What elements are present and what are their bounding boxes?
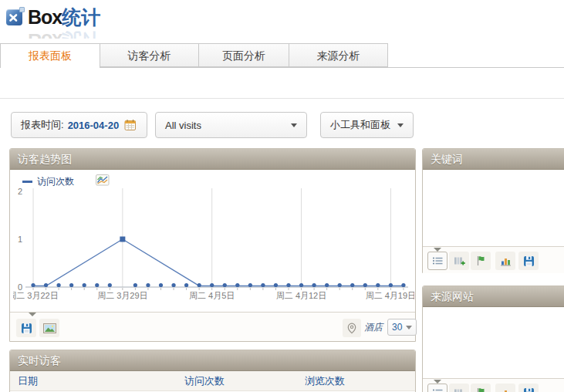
referrers-panel-footer bbox=[423, 378, 564, 392]
realtime-table-header: 日期 访问次数 浏览次数 bbox=[10, 371, 415, 391]
calendar-icon bbox=[124, 119, 137, 131]
visitor-trend-panel: 访客趋势图 访问次数 周二 3月22日周二 3月29日周二 4月5日周二 4月1… bbox=[9, 148, 416, 342]
tab-visitors[interactable]: 访客分析 bbox=[100, 43, 199, 67]
app-logo[interactable]: Box统计 bbox=[6, 5, 100, 30]
bar-chart-view-icon[interactable] bbox=[495, 384, 515, 392]
svg-text:周二 4月12日: 周二 4月12日 bbox=[276, 291, 326, 300]
chevron-down-icon bbox=[291, 123, 297, 127]
column-header-pageviews[interactable]: 浏览次数 bbox=[305, 374, 345, 388]
section-divider bbox=[0, 98, 564, 99]
goals-view-icon[interactable] bbox=[471, 252, 491, 270]
visitor-trend-panel-title[interactable]: 访客趋势图 bbox=[10, 149, 415, 170]
export-icon[interactable] bbox=[518, 252, 539, 270]
keywords-panel-body bbox=[423, 170, 564, 246]
keywords-panel-title[interactable]: 关键词 bbox=[423, 149, 564, 170]
bar-chart-view-icon[interactable] bbox=[495, 252, 515, 270]
referrers-panel-title[interactable]: 来源网站 bbox=[423, 286, 564, 307]
collapse-arrow-icon[interactable] bbox=[29, 313, 36, 316]
visitor-trend-chart: 访问次数 周二 3月22日周二 3月29日周二 4月5日周二 4月12日周二 4… bbox=[10, 170, 415, 313]
column-header-date[interactable]: 日期 bbox=[10, 374, 184, 388]
segment-selector[interactable]: All visits bbox=[155, 112, 307, 138]
keywords-panel: 关键词 bbox=[422, 148, 564, 273]
svg-text:0: 0 bbox=[18, 282, 22, 292]
widgets-button-label: 小工具和面板 bbox=[330, 118, 390, 132]
report-date-value: 2016-04-20 bbox=[68, 120, 120, 131]
svg-text:周二 4月5日: 周二 4月5日 bbox=[189, 291, 235, 300]
annotation-site-label[interactable]: 酒店 bbox=[364, 321, 383, 334]
app-title: Box统计 bbox=[28, 5, 100, 30]
realtime-panel-title[interactable]: 实时访客 bbox=[10, 350, 415, 371]
svg-text:周二 4月19日: 周二 4月19日 bbox=[366, 291, 414, 300]
column-header-visits[interactable]: 访问次数 bbox=[184, 374, 305, 388]
trend-panel-footer: 酒店 30 bbox=[10, 312, 415, 341]
svg-text:1: 1 bbox=[18, 235, 22, 244]
export-icon[interactable] bbox=[518, 384, 539, 392]
box-logo-icon bbox=[6, 9, 22, 25]
referrers-panel-body bbox=[423, 307, 564, 378]
chevron-down-icon bbox=[406, 326, 412, 329]
svg-text:周二 3月29日: 周二 3月29日 bbox=[97, 291, 147, 300]
chevron-down-icon bbox=[397, 123, 404, 127]
tab-dashboard[interactable]: 报表面板 bbox=[0, 43, 100, 68]
svg-text:周二 3月22日: 周二 3月22日 bbox=[13, 291, 59, 300]
export-image-icon[interactable] bbox=[39, 319, 59, 337]
segment-selector-value: All visits bbox=[165, 120, 201, 131]
widgets-and-dashboard-button[interactable]: 小工具和面板 bbox=[320, 112, 414, 138]
logo-corner-decoration bbox=[19, 7, 25, 12]
svg-text:2: 2 bbox=[18, 187, 22, 196]
tab-referrers[interactable]: 来源分析 bbox=[289, 43, 388, 67]
row-limit-select[interactable]: 30 bbox=[387, 319, 417, 336]
annotations-pin-icon[interactable] bbox=[343, 319, 361, 337]
all-columns-view-icon[interactable] bbox=[449, 384, 469, 392]
goals-view-icon[interactable] bbox=[471, 384, 491, 392]
realtime-visitors-panel: 实时访客 日期 访问次数 浏览次数 bbox=[9, 350, 416, 392]
report-date-label: 报表时间: bbox=[21, 118, 64, 132]
row-limit-value: 30 bbox=[392, 322, 402, 333]
table-view-icon[interactable] bbox=[427, 252, 447, 270]
referrer-websites-panel: 来源网站 bbox=[422, 286, 564, 392]
all-columns-view-icon[interactable] bbox=[449, 252, 469, 270]
report-date-button[interactable]: 报表时间: 2016-04-20 bbox=[11, 112, 147, 138]
tab-pages[interactable]: 页面分析 bbox=[198, 43, 289, 67]
trend-line-chart-svg[interactable]: 周二 3月22日周二 3月29日周二 4月5日周二 4月12日周二 4月19日0… bbox=[13, 177, 414, 309]
export-data-icon[interactable] bbox=[16, 319, 36, 337]
table-view-icon[interactable] bbox=[427, 384, 447, 392]
keywords-panel-footer bbox=[423, 246, 564, 273]
